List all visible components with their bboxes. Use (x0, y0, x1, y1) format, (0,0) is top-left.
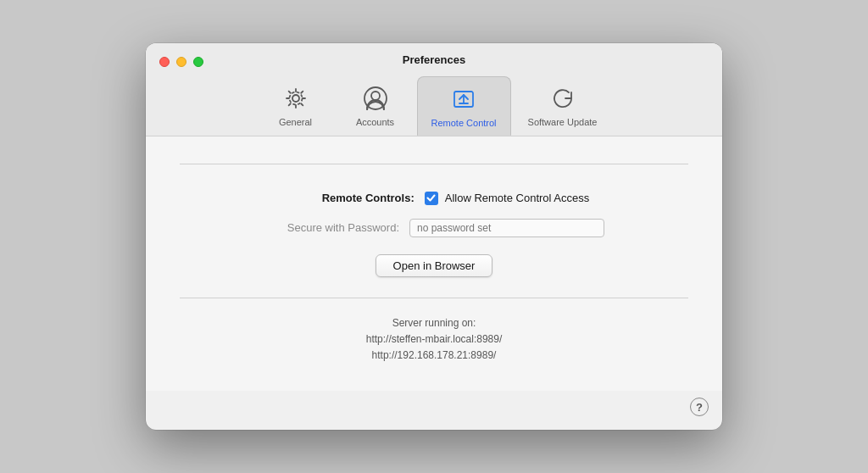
account-icon (360, 83, 391, 114)
footer: ? (146, 391, 722, 430)
gear-icon (281, 83, 311, 114)
update-icon (548, 83, 578, 114)
preferences-window: Preferences General (146, 43, 722, 431)
remote-controls-label: Remote Controls: (279, 192, 415, 204)
titlebar: Preferences General (146, 43, 722, 136)
tab-software-update-label: Software Update (528, 117, 598, 127)
svg-point-1 (289, 92, 302, 104)
server-info: Server running on: http://steffen-mbair.… (180, 315, 688, 364)
password-row: Secure with Password: (264, 219, 604, 237)
top-divider (180, 164, 688, 164)
help-button[interactable]: ? (690, 398, 709, 416)
content-area: Remote Controls: Allow Remote Control Ac… (146, 136, 722, 392)
tab-general[interactable]: General (258, 76, 334, 136)
toolbar: General Accounts (258, 76, 611, 136)
tab-remote-control-label: Remote Control (431, 118, 497, 128)
allow-remote-checkbox[interactable] (425, 192, 438, 205)
open-browser-button[interactable]: Open in Browser (376, 254, 493, 277)
remote-control-icon (448, 84, 479, 114)
svg-point-0 (292, 95, 299, 102)
window-title: Preferences (403, 53, 465, 66)
traffic-lights (159, 57, 203, 67)
server-info-line3: http://192.168.178.21:8989/ (180, 348, 688, 364)
server-info-line2: http://steffen-mbair.local:8989/ (180, 331, 688, 348)
server-info-line1: Server running on: (180, 315, 688, 331)
allow-label: Allow Remote Control Access (445, 192, 590, 204)
tab-general-label: General (279, 117, 312, 127)
password-label: Secure with Password: (264, 221, 399, 234)
tab-remote-control[interactable]: Remote Control (417, 76, 511, 136)
tab-accounts-label: Accounts (356, 117, 394, 127)
tab-accounts[interactable]: Accounts (337, 76, 414, 136)
svg-point-3 (371, 92, 380, 100)
bottom-divider (180, 298, 688, 298)
close-button[interactable] (159, 57, 170, 67)
svg-point-4 (364, 87, 387, 109)
minimize-button[interactable] (176, 57, 186, 67)
maximize-button[interactable] (193, 57, 203, 67)
tab-software-update[interactable]: Software Update (515, 76, 611, 136)
allow-checkbox-row: Allow Remote Control Access (425, 192, 590, 205)
remote-controls-row: Remote Controls: Allow Remote Control Ac… (279, 192, 590, 205)
password-input[interactable] (409, 219, 604, 237)
form-section: Remote Controls: Allow Remote Control Ac… (180, 192, 688, 277)
